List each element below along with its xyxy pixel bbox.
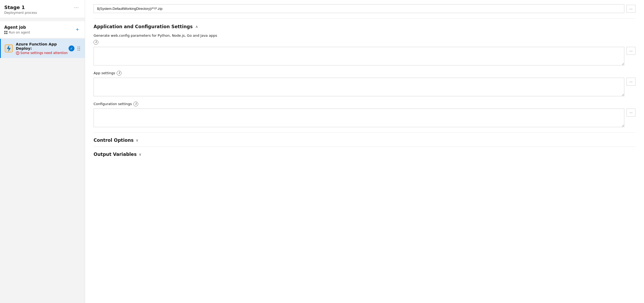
task-warning: ! Some settings need attention <box>16 51 69 55</box>
drag-handle[interactable] <box>77 45 81 52</box>
web-config-label: Generate web.config parameters for Pytho… <box>94 34 635 38</box>
app-settings-ellipsis-button[interactable]: ··· <box>626 78 635 86</box>
stage-header: Stage 1 Deployment process ··· <box>0 0 85 18</box>
config-settings-field-group: Configuration settings i ··· <box>94 102 635 127</box>
drag-dot <box>78 50 78 51</box>
lightning-icon <box>5 44 13 53</box>
web-config-info-icon[interactable]: i <box>94 40 98 45</box>
stage-info: Stage 1 Deployment process <box>4 4 37 15</box>
svg-rect-2 <box>4 33 6 34</box>
drag-dot <box>78 48 78 49</box>
drag-dot-row-2 <box>78 48 80 49</box>
task-info: Azure Function App Deploy: ! Some settin… <box>16 42 69 55</box>
config-settings-textarea[interactable] <box>94 109 624 127</box>
app-settings-textarea-row: ··· <box>94 78 635 96</box>
drag-dot-row-3 <box>78 50 80 51</box>
drag-dot <box>78 47 78 47</box>
config-settings-textarea-row: ··· <box>94 109 635 127</box>
app-settings-textarea[interactable] <box>94 78 624 96</box>
config-settings-label: Configuration settings i <box>94 102 635 106</box>
drag-dot <box>79 47 80 47</box>
agent-job-title: Agent job <box>4 25 30 30</box>
agent-job-row: Agent job Run on agent + <box>0 21 85 38</box>
app-settings-label-text: App settings <box>94 71 115 75</box>
drag-dot <box>79 50 80 51</box>
svg-rect-3 <box>6 33 7 34</box>
control-options-title: Control Options <box>94 138 134 143</box>
app-config-section-header: Application and Configuration Settings ∧ <box>94 19 635 34</box>
stage-more-button[interactable]: ··· <box>73 4 81 11</box>
svg-text:!: ! <box>17 52 18 55</box>
web-config-label-text: Generate web.config parameters for Pytho… <box>94 34 217 38</box>
config-settings-info-icon[interactable]: i <box>133 102 138 106</box>
path-ellipsis-button[interactable]: ··· <box>626 5 635 13</box>
output-variables-chevron-icon: ∨ <box>139 152 141 156</box>
web-config-textarea-row: ··· <box>94 47 635 65</box>
control-options-chevron-icon: ∨ <box>136 138 138 142</box>
app-settings-info-icon[interactable]: i <box>117 71 121 76</box>
agent-job-info: Agent job Run on agent <box>4 25 30 34</box>
path-input-row: ··· <box>94 0 635 19</box>
control-options-section: Control Options ∨ <box>94 132 635 147</box>
task-icon <box>5 44 13 53</box>
task-warning-text: Some settings need attention <box>20 51 68 55</box>
task-item[interactable]: Azure Function App Deploy: ! Some settin… <box>0 39 85 58</box>
task-item-right: ✓ <box>69 45 81 52</box>
config-settings-ellipsis-button[interactable]: ··· <box>626 109 635 117</box>
stage-title: Stage 1 <box>4 4 37 10</box>
web-config-ellipsis-button[interactable]: ··· <box>626 47 635 55</box>
app-config-section-title: Application and Configuration Settings <box>94 24 193 29</box>
output-variables-title: Output Variables <box>94 152 137 157</box>
app-settings-label: App settings i <box>94 71 635 76</box>
web-config-textarea[interactable] <box>94 47 624 65</box>
task-item-left: Azure Function App Deploy: ! Some settin… <box>5 42 69 55</box>
web-config-field-group: Generate web.config parameters for Pytho… <box>94 34 635 65</box>
right-panel: ··· Application and Configuration Settin… <box>85 0 644 303</box>
add-task-button[interactable]: + <box>74 26 81 33</box>
drag-dot <box>79 48 80 49</box>
config-settings-label-text: Configuration settings <box>94 102 132 106</box>
control-options-header[interactable]: Control Options ∨ <box>94 133 635 147</box>
drag-dot-row-1 <box>78 47 80 47</box>
output-variables-header[interactable]: Output Variables ∨ <box>94 147 635 161</box>
task-name: Azure Function App Deploy: <box>16 42 69 51</box>
svg-rect-0 <box>4 31 6 32</box>
app-config-chevron-icon[interactable]: ∧ <box>195 24 198 29</box>
agent-job-subtitle: Run on agent <box>4 31 30 34</box>
path-input[interactable] <box>94 4 624 13</box>
output-variables-section: Output Variables ∨ <box>94 147 635 161</box>
stage-subtitle: Deployment process <box>4 11 37 15</box>
agent-job-subtitle-text: Run on agent <box>9 31 30 34</box>
left-panel: Stage 1 Deployment process ··· Agent job… <box>0 0 85 303</box>
grid-icon <box>4 31 7 34</box>
svg-rect-1 <box>6 31 7 32</box>
task-check-icon: ✓ <box>69 45 74 51</box>
warning-icon: ! <box>16 51 19 55</box>
app-settings-field-group: App settings i ··· <box>94 71 635 96</box>
